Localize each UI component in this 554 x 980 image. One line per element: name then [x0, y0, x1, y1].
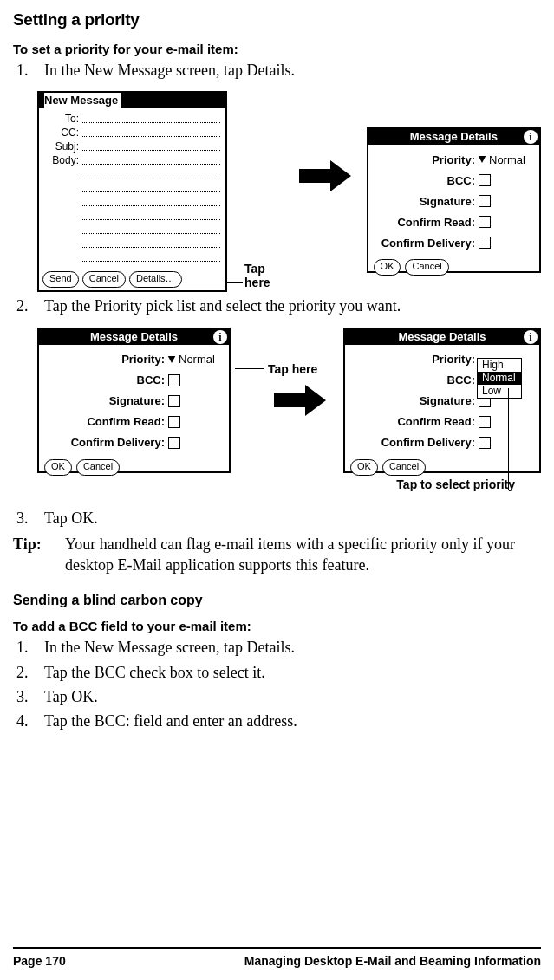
- dropdown-icon: [168, 356, 176, 363]
- confirm-delivery-checkbox[interactable]: [168, 437, 180, 449]
- svg-marker-0: [299, 160, 351, 191]
- step-text: Tap the Priority pick list and select th…: [44, 295, 541, 316]
- figure-row-2: Message Detailsi Priority:Normal BCC: Si…: [37, 328, 541, 473]
- step-item: 1. In the New Message screen, tap Detail…: [13, 60, 541, 81]
- info-icon[interactable]: i: [213, 330, 227, 344]
- priority-dropdown-open[interactable]: High Normal Low: [477, 358, 522, 399]
- ok-button[interactable]: OK: [44, 459, 72, 476]
- new-message-panel: New Message To: CC: Subj: Body: Send Can…: [37, 91, 227, 292]
- callout-tap-here-1: Tap here: [244, 262, 289, 289]
- confirm-delivery-checkbox[interactable]: [479, 237, 491, 249]
- task-heading-1: To set a priority for your e-mail item:: [13, 42, 541, 56]
- step-item: 2. Tap the Priority pick list and select…: [13, 295, 541, 316]
- arrow-right-icon: [274, 385, 326, 416]
- arrow-right-icon: [299, 160, 351, 191]
- page-number: Page 170: [13, 954, 66, 968]
- tip-label: Tip:: [13, 534, 65, 576]
- cc-label: CC:: [44, 127, 82, 139]
- step-item: 1.In the New Message screen, tap Details…: [13, 637, 541, 658]
- to-label: To:: [65, 113, 79, 125]
- step-item: 3.Tap OK.: [13, 686, 541, 707]
- step-text: In the New Message screen, tap Details.: [44, 60, 541, 81]
- signature-checkbox[interactable]: [479, 195, 491, 207]
- cancel-button[interactable]: Cancel: [82, 271, 126, 288]
- panel-title: New Message: [39, 93, 225, 108]
- ok-button[interactable]: OK: [350, 459, 378, 476]
- body-label: Body:: [44, 154, 82, 166]
- step-item: 3. Tap OK.: [13, 508, 541, 529]
- to-field[interactable]: [82, 122, 220, 123]
- priority-picklist[interactable]: Normal: [479, 153, 534, 166]
- step-number: 3.: [13, 508, 44, 529]
- callout-tap-here-2: Tap here: [268, 362, 317, 376]
- confirm-read-checkbox[interactable]: [168, 416, 180, 428]
- priority-picklist[interactable]: Normal: [168, 353, 224, 366]
- priority-option-normal[interactable]: Normal: [478, 372, 521, 385]
- task-heading-2: To add a BCC field to your e-mail item:: [13, 619, 541, 633]
- step-item: 4.Tap the BCC: field and enter an addres…: [13, 711, 541, 731]
- bcc-checkbox[interactable]: [479, 174, 491, 186]
- subj-label: Subj:: [44, 140, 82, 153]
- priority-option-low[interactable]: Low: [478, 385, 521, 398]
- chapter-title: Managing Desktop E-Mail and Beaming Info…: [244, 954, 541, 968]
- priority-option-high[interactable]: High: [478, 359, 521, 372]
- bcc-checkbox[interactable]: [168, 374, 180, 386]
- page-footer: Page 170 Managing Desktop E-Mail and Bea…: [13, 947, 541, 968]
- cancel-button[interactable]: Cancel: [382, 459, 426, 476]
- panel-title: Message Details i: [368, 129, 539, 145]
- details-button[interactable]: Details…: [129, 271, 182, 288]
- step-number: 1.: [13, 60, 44, 81]
- step-text: Tap OK.: [44, 508, 541, 529]
- cancel-button[interactable]: Cancel: [405, 259, 448, 276]
- section-heading-2: Sending a blind carbon copy: [13, 593, 541, 608]
- figure-row-1: New Message To: CC: Subj: Body: Send Can…: [37, 91, 541, 292]
- svg-marker-1: [274, 385, 326, 416]
- ok-button[interactable]: OK: [374, 259, 401, 276]
- step-item: 2.Tap the BCC check box to select it.: [13, 662, 541, 683]
- signature-checkbox[interactable]: [168, 395, 180, 407]
- tip-text: Your handheld can flag e-mail items with…: [65, 534, 541, 576]
- dropdown-icon: [479, 156, 486, 163]
- section-heading: Setting a priority: [13, 10, 541, 29]
- info-icon[interactable]: i: [524, 130, 538, 144]
- message-details-panel: Message Details i Priority:Normal BCC: S…: [367, 127, 541, 273]
- message-details-panel-open: Message Detailsi Priority: High Normal L…: [343, 328, 541, 473]
- step-number: 2.: [13, 295, 44, 316]
- cancel-button[interactable]: Cancel: [76, 459, 120, 476]
- subj-field[interactable]: [82, 150, 220, 151]
- info-icon[interactable]: i: [524, 330, 538, 344]
- confirm-read-checkbox[interactable]: [479, 216, 491, 228]
- body-field[interactable]: [82, 164, 220, 165]
- tip-block: Tip: Your handheld can flag e-mail items…: [13, 534, 541, 576]
- message-details-panel: Message Detailsi Priority:Normal BCC: Si…: [37, 328, 231, 473]
- cc-field[interactable]: [82, 136, 220, 137]
- send-button[interactable]: Send: [42, 271, 79, 288]
